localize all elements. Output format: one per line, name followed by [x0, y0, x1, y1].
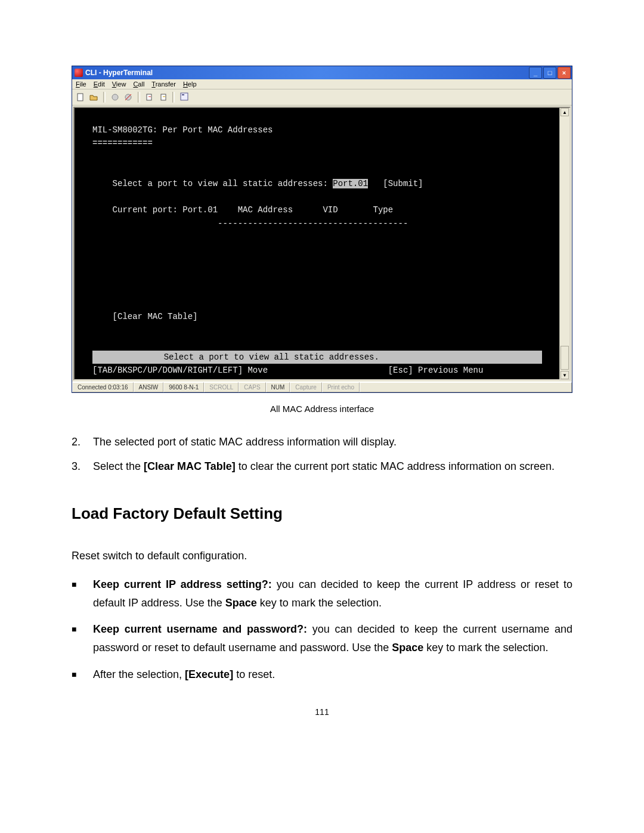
svg-rect-0	[78, 94, 83, 101]
menu-help[interactable]: Help	[183, 80, 197, 88]
status-emu: ANSIW	[134, 382, 164, 392]
bullet-item: ■ After the selection, [Execute] to rese…	[72, 665, 572, 684]
term-select-prompt: Select a port to view all static address…	[113, 179, 333, 188]
term-current-line: Current port: Port.01 MAC Address VID Ty…	[113, 205, 393, 215]
svg-rect-4	[147, 94, 151, 100]
bullet-text: Keep current IP address setting?: you ca…	[93, 575, 572, 612]
scroll-down-icon[interactable]: ▼	[561, 371, 569, 379]
menu-file[interactable]: File	[76, 80, 86, 88]
scroll-thumb[interactable]	[561, 346, 569, 370]
menu-edit[interactable]: Edit	[94, 80, 105, 88]
list-item-2: 2. The selected port of static MAC addre…	[72, 433, 572, 451]
send-icon[interactable]	[145, 92, 154, 102]
square-bullet-icon: ■	[72, 665, 93, 684]
reset-intro: Reset switch to default configuration.	[72, 547, 572, 565]
menu-call[interactable]: Call	[133, 80, 144, 88]
status-connected: Connected 0:03:16	[72, 382, 134, 392]
list-item-text: Select the [Clear MAC Table] to clear th…	[93, 457, 572, 476]
terminal-frame: MIL-SM8002TG: Per Port MAC Addresses ===…	[73, 107, 571, 380]
minimize-button[interactable]: _	[529, 67, 542, 79]
app-icon	[75, 69, 83, 77]
status-echo: Print echo	[322, 382, 360, 392]
term-underline: ============	[92, 138, 153, 148]
list-number: 2.	[72, 433, 93, 451]
menubar: File Edit View Call Transfer Help	[72, 79, 572, 89]
bullet-item: ■ Keep current username and password?: y…	[72, 620, 572, 657]
term-submit[interactable]: [Submit]	[368, 179, 423, 188]
connect-icon[interactable]	[110, 92, 120, 102]
vertical-scrollbar[interactable]: ▲ ▼	[559, 108, 569, 379]
term-port-highlight[interactable]: Port.01	[333, 179, 368, 188]
properties-icon[interactable]	[179, 92, 189, 101]
status-caps: CAPS	[239, 382, 265, 392]
statusbar: Connected 0:03:16 ANSIW 9600 8-N-1 SCROL…	[72, 382, 572, 392]
svg-rect-7	[182, 94, 184, 95]
hyperterminal-window: CLI - HyperTerminal _ □ × File Edit View…	[72, 66, 572, 393]
bullet-item: ■ Keep current IP address setting?: you …	[72, 575, 572, 612]
term-dashes: --------------------------------------	[92, 219, 408, 228]
scroll-up-icon[interactable]: ▲	[561, 108, 569, 116]
list-number: 3.	[72, 457, 93, 476]
toolbar	[72, 89, 572, 106]
window-title: CLI - HyperTerminal	[85, 69, 529, 77]
close-button[interactable]: ×	[558, 67, 571, 79]
section-heading: Load Factory Default Setting	[72, 504, 572, 523]
disconnect-icon[interactable]	[123, 92, 133, 102]
term-nav-left: [TAB/BKSPC/UP/DOWN/RIGHT/LEFT] Move	[92, 366, 268, 375]
terminal-output: MIL-SM8002TG: Per Port MAC Addresses ===…	[75, 108, 560, 379]
maximize-button[interactable]: □	[543, 67, 556, 79]
numbered-list: 2. The selected port of static MAC addre…	[72, 433, 572, 475]
term-bottom-hint: Select a port to view all static address…	[92, 351, 542, 364]
status-capture: Capture	[290, 382, 322, 392]
bullet-text: Keep current username and password?: you…	[93, 620, 572, 657]
receive-icon[interactable]	[158, 92, 168, 102]
bullet-text: After the selection, [Execute] to reset.	[93, 665, 572, 684]
svg-rect-6	[181, 93, 188, 100]
status-scroll: SCROLL	[204, 382, 239, 392]
term-header: MIL-SM8002TG: Per Port MAC Addresses	[92, 125, 273, 135]
new-icon[interactable]	[76, 92, 85, 102]
list-item-text: The selected port of static MAC address …	[93, 433, 572, 451]
status-num: NUM	[266, 382, 290, 392]
svg-point-1	[112, 94, 118, 100]
titlebar: CLI - HyperTerminal _ □ ×	[72, 66, 572, 79]
menu-view[interactable]: View	[112, 80, 126, 88]
square-bullet-icon: ■	[72, 620, 93, 657]
svg-rect-5	[161, 94, 166, 100]
figure-caption: All MAC Address interface	[72, 404, 572, 414]
term-clear-mac[interactable]: [Clear MAC Table]	[113, 312, 198, 321]
open-icon[interactable]	[89, 92, 98, 102]
status-conn: 9600 8-N-1	[163, 382, 204, 392]
bullet-list: ■ Keep current IP address setting?: you …	[72, 575, 572, 683]
menu-transfer[interactable]: Transfer	[151, 80, 176, 88]
list-item-3: 3. Select the [Clear MAC Table] to clear…	[72, 457, 572, 476]
page-number: 111	[72, 707, 572, 717]
term-nav-right: [Esc] Previous Menu	[388, 366, 484, 375]
square-bullet-icon: ■	[72, 575, 93, 612]
